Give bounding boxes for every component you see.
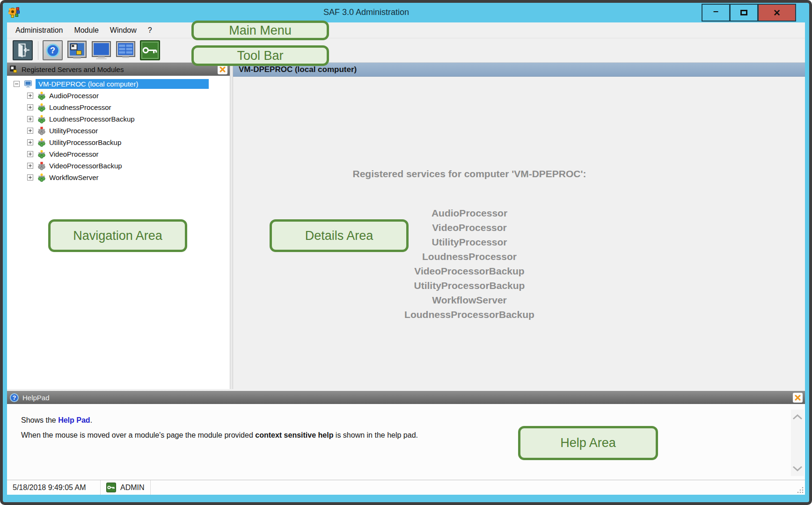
panel-splitter[interactable]	[230, 63, 233, 389]
minimize-icon: –	[713, 6, 718, 16]
expand-icon[interactable]	[27, 151, 33, 157]
exit-icon[interactable]	[13, 40, 33, 60]
tree-node-label[interactable]: VideoProcessor	[49, 150, 99, 158]
service-item: VideoProcessorBackup	[233, 264, 706, 278]
modules-grid-icon[interactable]	[116, 40, 136, 60]
expand-icon[interactable]	[27, 163, 33, 169]
annotation-navigation-area: Navigation Area	[48, 219, 187, 252]
services-heading: Registered services for computer 'VM-DPE…	[233, 168, 706, 180]
menu-module[interactable]: Module	[68, 24, 104, 36]
module-status-icon	[37, 115, 46, 123]
expand-icon[interactable]	[27, 174, 33, 180]
helppad-line1: Shows the Help Pad.	[21, 416, 777, 425]
expand-icon[interactable]	[27, 116, 33, 122]
scroll-down-icon[interactable]	[792, 466, 803, 471]
app-window: SAF 3.0 Administration – ✕ Administratio…	[0, 0, 812, 505]
tool-bar: ?	[7, 38, 805, 63]
module-status-icon	[37, 173, 46, 182]
service-item: AudioProcessor	[233, 206, 706, 220]
tree-node-label[interactable]: AudioProcessor	[49, 92, 99, 100]
helppad-content: Shows the Help Pad. When the mouse is mo…	[7, 404, 805, 480]
expand-icon[interactable]	[27, 93, 33, 99]
toolbar-separator	[38, 41, 38, 60]
minimize-button[interactable]: –	[702, 4, 730, 22]
collapse-expander-icon[interactable]	[14, 81, 20, 87]
key-icon	[106, 483, 116, 492]
tree-row[interactable]: LoudnessProcessorBackup	[7, 113, 230, 125]
annotation-main-menu: Main Menu	[191, 21, 329, 40]
details-screen-icon[interactable]	[91, 40, 111, 60]
panel-window-icon	[10, 65, 18, 73]
helppad-close-button[interactable]	[793, 393, 803, 403]
menu-administration[interactable]: Administration	[15, 24, 68, 36]
tree-node-label[interactable]: LoudnessProcessorBackup	[49, 115, 135, 123]
service-item: UtilityProcessorBackup	[233, 278, 706, 293]
module-status-icon	[37, 103, 46, 112]
tree-row[interactable]: VideoProcessorBackup	[7, 160, 230, 172]
module-status-icon	[37, 138, 46, 147]
helppad-header: ? HelpPad	[7, 391, 805, 404]
navigation-panel-title: Registered Servers and Modules	[22, 65, 124, 73]
screenshot-root: SAF 3.0 Administration – ✕ Administratio…	[0, 0, 812, 505]
tree-row-root[interactable]: VM-DPEPROC (local computer)	[7, 78, 230, 90]
menu-window[interactable]: Window	[104, 24, 142, 36]
service-item: LoudnessProcessorBackup	[233, 307, 706, 322]
helppad-scrollbar[interactable]	[791, 410, 804, 476]
annotation-details-area: Details Area	[270, 219, 409, 252]
question-mark-icon: ?	[46, 43, 59, 57]
annotation-help-area: Help Area	[518, 426, 658, 460]
helppad-line2: When the mouse is moved over a module's …	[21, 431, 777, 440]
tree-node-label[interactable]: UtilityProcessorBackup	[49, 138, 121, 146]
service-item: WorkflowServer	[233, 293, 706, 307]
computer-icon	[24, 80, 32, 88]
module-status-icon	[37, 162, 46, 170]
login-key-icon[interactable]	[140, 40, 160, 60]
close-button[interactable]: ✕	[758, 4, 796, 22]
tree-node-label[interactable]: UtilityProcessor	[49, 127, 98, 135]
window-title: SAF 3.0 Administration	[3, 7, 730, 17]
helppad-question-icon: ?	[10, 393, 19, 402]
help-pad-link[interactable]: Help Pad	[58, 416, 90, 424]
helppad-title: HelpPad	[22, 394, 50, 402]
annotation-tool-bar: Tool Bar	[191, 45, 329, 66]
tree-row[interactable]: UtilityProcessorBackup	[7, 137, 230, 148]
window-controls: – ✕	[702, 4, 796, 22]
tree-row[interactable]: AudioProcessor	[7, 90, 230, 101]
module-status-icon	[37, 127, 46, 135]
tree-node-label[interactable]: VM-DPEPROC (local computer)	[36, 79, 209, 89]
expand-icon[interactable]	[27, 104, 33, 110]
status-user: ADMIN	[101, 480, 151, 495]
tree-node-label[interactable]: VideoProcessorBackup	[49, 162, 122, 170]
maximize-icon	[740, 10, 747, 15]
expand-icon[interactable]	[27, 128, 33, 134]
helppad-panel-icon[interactable]	[67, 40, 87, 60]
title-bar: SAF 3.0 Administration – ✕	[3, 3, 809, 22]
status-filler	[151, 480, 805, 495]
status-bar: 5/18/2018 9:49:05 AM ADMIN	[7, 480, 805, 495]
tree-row[interactable]: UtilityProcessor	[7, 125, 230, 137]
menu-bar: Administration Module Window ?	[7, 22, 805, 38]
module-status-icon	[37, 92, 46, 100]
tree-row[interactable]: WorkflowServer	[7, 172, 230, 183]
close-icon: ✕	[773, 7, 781, 18]
scroll-up-icon[interactable]	[792, 414, 803, 420]
resize-grip[interactable]	[797, 487, 804, 493]
expand-icon[interactable]	[27, 139, 33, 145]
module-status-icon	[37, 150, 46, 159]
tree-node-label[interactable]: LoudnessProcessor	[49, 103, 111, 111]
helppad-panel: ? HelpPad Shows the Help Pad. When the m…	[7, 391, 805, 480]
window-body: Administration Module Window ?	[7, 22, 805, 495]
tree-row[interactable]: LoudnessProcessor	[7, 101, 230, 113]
tree-node-label[interactable]: WorkflowServer	[49, 173, 99, 181]
help-icon[interactable]: ?	[43, 40, 63, 60]
orange-close-icon	[219, 66, 226, 72]
orange-close-icon	[795, 395, 801, 401]
status-datetime: 5/18/2018 9:49:05 AM	[7, 480, 101, 495]
maximize-button[interactable]	[730, 4, 758, 22]
tree-row[interactable]: VideoProcessor	[7, 148, 230, 160]
menu-help[interactable]: ?	[142, 24, 158, 36]
